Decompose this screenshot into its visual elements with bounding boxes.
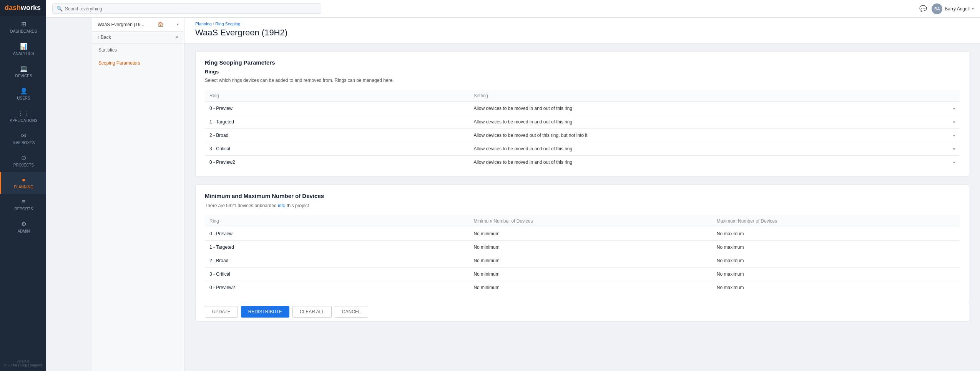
content-area: Planning / Ring Scoping WaaS Evergreen (…: [184, 18, 980, 371]
sidebar-item-mailboxes[interactable]: ✉ MAILBOXES: [0, 127, 46, 150]
min-cell[interactable]: No minimum: [469, 281, 712, 294]
mailboxes-icon: ✉: [21, 132, 26, 139]
page-header: Planning / Ring Scoping WaaS Evergreen (…: [184, 18, 980, 43]
sidebar-item-applications[interactable]: ⋮⋮ APPLICATIONS: [0, 105, 46, 127]
max-cell[interactable]: No maximum: [712, 268, 960, 281]
redistribute-button[interactable]: REDISTRIBUTE: [241, 306, 289, 318]
ring-name-cell: 0 - Preview: [205, 102, 469, 115]
table-row: 0 - Preview No minimum No maximum: [205, 227, 960, 241]
dropdown-icon[interactable]: ▾: [177, 22, 179, 27]
minmax-table: Ring Minimum Number of Devices Maximum N…: [205, 215, 960, 294]
rings-desc-prefix: Select which rings devices can be added …: [205, 78, 382, 83]
search-box[interactable]: 🔍: [52, 3, 321, 14]
close-icon[interactable]: ✕: [175, 35, 179, 40]
rings-desc-suffix: .: [392, 78, 394, 83]
setting-cell[interactable]: Allow devices to be moved in and out of …: [469, 102, 960, 115]
home-icon[interactable]: 🏠: [158, 22, 164, 27]
dashboards-icon: ⊞: [21, 20, 26, 28]
breadcrumb-planning[interactable]: Planning: [195, 22, 212, 26]
sidebar-label-projects: PROJECTS: [13, 163, 34, 167]
user-name: Barry Angell: [945, 6, 970, 12]
breadcrumb-ring-scoping[interactable]: Ring Scoping: [215, 22, 240, 26]
sidebar-label-mailboxes: MAILBOXES: [13, 141, 35, 145]
sidebar-item-planning[interactable]: ● PLANNING: [0, 172, 46, 194]
max-cell[interactable]: No maximum: [712, 254, 960, 268]
back-label: Back: [101, 35, 111, 40]
th-setting: Setting: [469, 90, 960, 102]
breadcrumb: Planning / Ring Scoping: [195, 22, 969, 26]
applications-icon: ⋮⋮: [18, 110, 30, 117]
sidebar-item-projects[interactable]: ⊙ PROJECTS: [0, 150, 46, 172]
table-row: 2 - Broad Allow devices to be moved out …: [205, 129, 960, 142]
sidebar-item-dashboards[interactable]: ⊞ DASHBOARDS: [0, 16, 46, 38]
setting-cell[interactable]: Allow devices to be moved in and out of …: [469, 115, 960, 129]
search-icon: 🔍: [56, 6, 63, 12]
tab-label: WaaS Evergreen (19...: [98, 22, 145, 27]
table-row: 0 - Preview Allow devices to be moved in…: [205, 102, 960, 115]
sidebar-footer: v5.6.7.0 © Juriba | Help | Support: [0, 356, 46, 371]
ring-name-cell: 2 - Broad: [205, 254, 469, 268]
minmax-desc-suffix: this project: [287, 203, 309, 208]
rings-section-card: Ring Scoping Parameters Rings Select whi…: [195, 51, 969, 177]
version-label: v5.6.7.0: [4, 359, 42, 363]
footer-bar: UPDATE REDISTRIBUTE CLEAR ALL CANCEL: [196, 302, 969, 321]
sidebar-nav: ⊞ DASHBOARDS 📊 ANALYTICS 💻 DEVICES 👤 USE…: [0, 16, 46, 356]
cancel-button[interactable]: CANCEL: [335, 306, 368, 318]
sidebar-label-analytics: ANALYTICS: [13, 52, 34, 56]
content-body: Ring Scoping Parameters Rings Select whi…: [184, 43, 980, 337]
th-min: Minimum Number of Devices: [469, 215, 712, 227]
user-menu[interactable]: BA Barry Angell ▾: [932, 3, 974, 14]
back-button[interactable]: ‹ Back ✕: [92, 32, 184, 43]
statistics-label: Statistics: [98, 47, 117, 53]
projects-icon: ⊙: [21, 154, 26, 161]
min-cell[interactable]: No minimum: [469, 227, 712, 241]
minmax-desc-link[interactable]: into: [278, 203, 285, 208]
max-cell[interactable]: No maximum: [712, 241, 960, 254]
scoping-parameters-label: Scoping Parameters: [98, 60, 140, 66]
sidebar-label-devices: DEVICES: [15, 74, 32, 78]
setting-cell[interactable]: Allow devices to be moved out of this ri…: [469, 129, 960, 142]
table-row: 1 - Targeted No minimum No maximum: [205, 241, 960, 254]
dropdown-chevron-icon: ▾: [953, 106, 955, 111]
min-cell[interactable]: No minimum: [469, 254, 712, 268]
page-title: WaaS Evergreen (19H2): [195, 28, 969, 38]
minmax-title: Minimum and Maximum Number of Devices: [205, 193, 960, 199]
chat-icon[interactable]: 💬: [919, 5, 927, 12]
ring-name-cell: 1 - Targeted: [205, 241, 469, 254]
setting-cell[interactable]: Allow devices to be moved in and out of …: [469, 142, 960, 156]
avatar: BA: [932, 3, 942, 14]
analytics-icon: 📊: [20, 43, 28, 50]
dropdown-chevron-icon: ▾: [953, 133, 955, 138]
update-button[interactable]: UPDATE: [205, 306, 238, 318]
sub-nav-statistics[interactable]: Statistics: [92, 43, 184, 57]
min-cell[interactable]: No minimum: [469, 268, 712, 281]
topbar-right: 💬 BA Barry Angell ▾: [919, 3, 974, 14]
rings-section-inner: Ring Scoping Parameters Rings Select whi…: [196, 52, 969, 176]
sub-sidebar-tab: WaaS Evergreen (19...: [98, 22, 145, 27]
ring-name-cell: 2 - Broad: [205, 129, 469, 142]
search-input[interactable]: [65, 6, 317, 12]
sub-sidebar-header: WaaS Evergreen (19... 🏠 ▾: [92, 18, 184, 32]
minmax-description: There are 5321 devices onboarded into th…: [205, 202, 960, 209]
setting-cell[interactable]: Allow devices to be moved in and out of …: [469, 156, 960, 169]
max-cell[interactable]: No maximum: [712, 281, 960, 294]
minmax-section-card: Minimum and Maximum Number of Devices Th…: [195, 185, 969, 322]
sub-sidebar: WaaS Evergreen (19... 🏠 ▾ ‹ Back ✕ Stati…: [92, 18, 184, 371]
footer-links: © Juriba | Help | Support: [4, 363, 42, 367]
sidebar-item-admin[interactable]: ⚙ ADMIN: [0, 216, 46, 238]
sidebar-item-users[interactable]: 👤 USERS: [0, 83, 46, 105]
sidebar-item-reports[interactable]: ≡ REPORTS: [0, 194, 46, 216]
rings-section-title: Ring Scoping Parameters: [205, 59, 960, 66]
sidebar-item-devices[interactable]: 💻 DEVICES: [0, 60, 46, 83]
table-row: 3 - Critical No minimum No maximum: [205, 268, 960, 281]
planning-icon: ●: [22, 176, 26, 183]
max-cell[interactable]: No maximum: [712, 227, 960, 241]
sidebar-item-analytics[interactable]: 📊 ANALYTICS: [0, 38, 46, 60]
sub-nav-scoping-parameters[interactable]: Scoping Parameters: [92, 57, 184, 70]
ring-name-cell: 3 - Critical: [205, 268, 469, 281]
min-cell[interactable]: No minimum: [469, 241, 712, 254]
clear-all-button[interactable]: CLEAR ALL: [292, 306, 332, 318]
admin-icon: ⚙: [21, 220, 27, 228]
sidebar: dashworks ⊞ DASHBOARDS 📊 ANALYTICS 💻 DEV…: [0, 0, 46, 371]
logo: dashworks: [0, 0, 46, 16]
